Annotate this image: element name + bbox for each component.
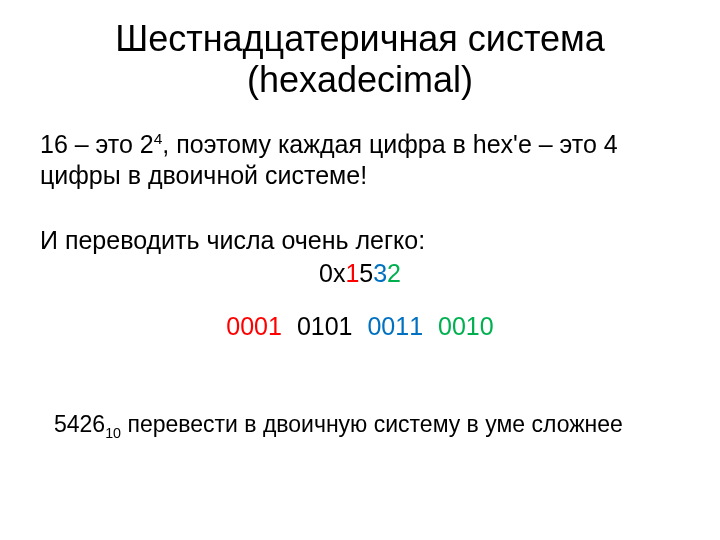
- slide-title: Шестнадцатеричная система (hexadecimal): [40, 18, 680, 101]
- binary-group-2: 0101: [297, 312, 353, 340]
- binary-groups-line: 0001 0101 0011 0010: [40, 312, 680, 341]
- hex-prefix: 0x: [319, 259, 345, 287]
- paragraph-intro: 16 – это 24, поэтому каждая цифра в hex'…: [40, 129, 680, 192]
- footer-note: 542610 перевести в двоичную систему в ум…: [54, 411, 680, 439]
- hex-digit-4: 2: [387, 259, 401, 287]
- hex-digit-3: 3: [373, 259, 387, 287]
- binary-group-3: 0011: [367, 312, 423, 340]
- hex-digit-1: 1: [345, 259, 359, 287]
- hex-number-line: 0x1532: [40, 259, 680, 288]
- binary-group-1: 0001: [226, 312, 282, 340]
- slide: Шестнадцатеричная система (hexadecimal) …: [0, 0, 720, 540]
- para1-part-a: 16 – это 2: [40, 130, 154, 158]
- paragraph-convert: И переводить числа очень легко:: [40, 225, 680, 256]
- hex-digit-2: 5: [359, 259, 373, 287]
- footer-rest-text: перевести в двоичную систему в уме сложн…: [121, 411, 623, 437]
- footer-subscript: 10: [105, 424, 121, 440]
- footer-number: 5426: [54, 411, 105, 437]
- binary-group-4: 0010: [438, 312, 494, 340]
